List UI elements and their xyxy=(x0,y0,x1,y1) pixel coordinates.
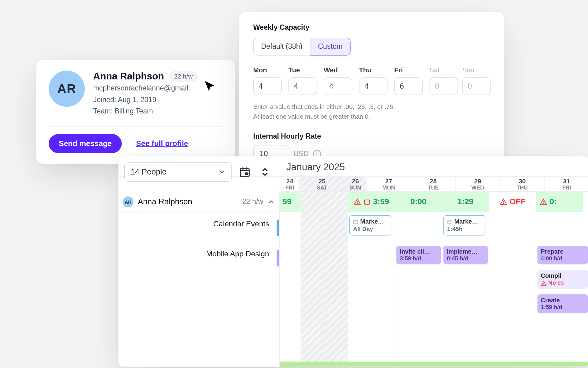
profile-team: Team: Billing Team xyxy=(93,106,222,117)
dayhead-num: 31 xyxy=(563,178,570,185)
warning-icon xyxy=(540,198,547,206)
day-input-wed[interactable] xyxy=(324,77,352,95)
calendar-small-icon xyxy=(447,219,453,224)
day-label-sun: Sun xyxy=(462,67,488,74)
day-input-mon[interactable] xyxy=(253,77,282,95)
schedule-panel: 14 People January 2025 24FRI 25SAT 26SUN… xyxy=(119,156,588,367)
task-event[interactable]: Create 1:59 h/d xyxy=(537,294,588,313)
day-input-tue[interactable] xyxy=(288,77,317,95)
calendar-event[interactable]: Marke… All Day xyxy=(349,215,391,235)
capacity-title: Weekly Capacity xyxy=(253,24,490,32)
svg-point-5 xyxy=(543,203,544,204)
warning-icon xyxy=(354,198,361,206)
day-label-mon: Mon xyxy=(253,67,282,74)
task-event[interactable]: Impleme… 0:45 h/d xyxy=(443,246,488,265)
calendar-event[interactable]: Marke… 1:45h xyxy=(443,215,485,235)
see-full-profile-link[interactable]: See full profile xyxy=(136,139,188,148)
send-message-button[interactable]: Send message xyxy=(49,134,122,153)
day-label-sat: Sat xyxy=(430,67,456,74)
rate-title: Internal Hourly Rate xyxy=(253,132,490,140)
warning-icon xyxy=(499,198,507,206)
day-label-thu: Thu xyxy=(359,67,387,74)
capacity-help-1: Enter a value that ends in either .00, .… xyxy=(253,102,490,112)
dayhead-num: 29 xyxy=(474,178,481,185)
profile-card: AR Anna Ralphson 22 h/w mcphersonrachela… xyxy=(36,60,235,164)
task-event[interactable]: Invite cli… 3:59 h/d xyxy=(396,246,441,265)
day-input-fri[interactable] xyxy=(394,77,423,95)
capacity-panel: Weekly Capacity Default (38h) Custom Mon… xyxy=(239,12,504,163)
svg-point-4 xyxy=(503,203,503,204)
month-label: January 2025 xyxy=(286,161,345,173)
cursor-icon xyxy=(203,80,217,93)
svg-rect-0 xyxy=(240,168,249,176)
people-select[interactable]: 14 People xyxy=(124,162,232,182)
side-label-mobile[interactable]: Mobile App Design xyxy=(206,250,269,266)
dayhead-num: 26 xyxy=(352,178,359,185)
svg-rect-6 xyxy=(354,220,358,224)
task-event[interactable]: Prepare 4:00 h/d xyxy=(537,246,588,265)
person-row[interactable]: AR Anna Ralphson 22 h/w xyxy=(119,192,279,212)
profile-name: Anna Ralphson xyxy=(93,71,164,82)
dayhead-num: 30 xyxy=(519,178,526,185)
svg-rect-1 xyxy=(245,172,248,175)
capacity-default-button[interactable]: Default (38h) xyxy=(253,38,310,56)
capacity-strip: 59 3:59 0:00 1:29 OFF 0: xyxy=(280,192,588,212)
day-input-thu[interactable] xyxy=(359,77,387,95)
day-input-sat[interactable] xyxy=(430,77,458,95)
svg-point-8 xyxy=(543,284,544,285)
svg-point-2 xyxy=(357,203,358,204)
person-capacity: 22 h/w xyxy=(242,197,263,206)
svg-rect-3 xyxy=(365,200,370,205)
avatar: AR xyxy=(123,196,134,207)
capacity-help-2: At least one value must be greater than … xyxy=(253,112,490,121)
day-header: 24FRI 25SAT 26SUN 27MON 28TUE 29WED 30TH… xyxy=(280,177,588,192)
capacity-custom-button[interactable]: Custom xyxy=(310,38,350,56)
task-event[interactable]: Compil No es xyxy=(537,270,588,289)
dayhead-num: 28 xyxy=(430,178,437,185)
dayhead-num: 27 xyxy=(385,178,392,185)
warning-icon xyxy=(541,280,547,286)
profile-joined: Joined: Aug 1. 2019 xyxy=(93,94,222,105)
expand-icon[interactable] xyxy=(258,165,272,179)
person-name: Anna Ralphson xyxy=(138,197,242,206)
people-select-label: 14 People xyxy=(130,167,166,176)
day-label-fri: Fri xyxy=(394,67,423,74)
chevron-down-icon xyxy=(218,168,226,176)
day-input-sun[interactable] xyxy=(462,77,491,95)
day-label-wed: Wed xyxy=(324,67,352,74)
svg-rect-7 xyxy=(448,220,452,224)
chevron-up-icon xyxy=(267,198,275,205)
capacity-badge[interactable]: 22 h/w xyxy=(169,71,198,82)
day-label-tue: Tue xyxy=(288,67,317,74)
webinar-timeline-bar[interactable] xyxy=(280,362,588,366)
capacity-mode-segment: Default (38h) Custom xyxy=(253,38,351,56)
dayhead-num: 24 xyxy=(286,178,293,185)
calendar-small-icon xyxy=(353,219,359,224)
avatar: AR xyxy=(49,71,85,107)
calendar-small-icon xyxy=(364,198,371,205)
calendar-icon[interactable] xyxy=(238,165,252,179)
side-label-calendar[interactable]: Calendar Events xyxy=(213,220,269,236)
dayhead-num: 25 xyxy=(318,178,326,185)
